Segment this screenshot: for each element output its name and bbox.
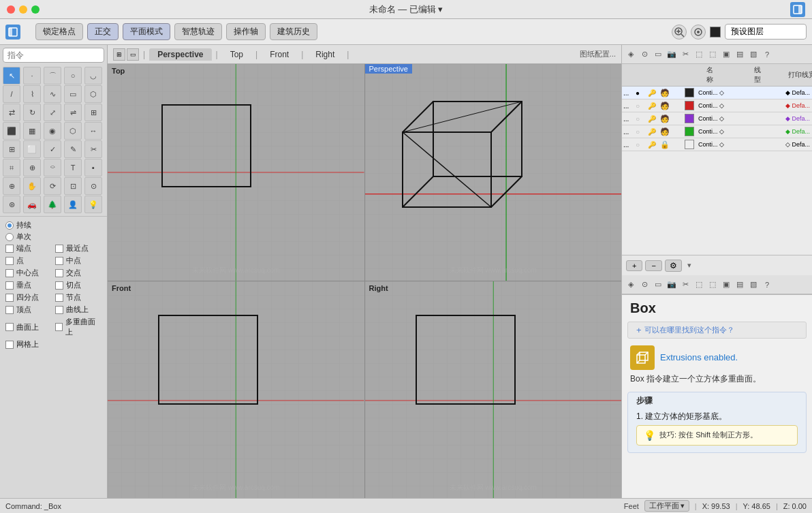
viewport-right[interactable]: Right 未来软件网 www.arcsuq.com: [365, 281, 622, 498]
sidebar-toggle-left[interactable]: [5, 25, 20, 40]
snap-nearest-cb[interactable]: [55, 245, 63, 253]
check-tool[interactable]: ✓: [44, 140, 61, 158]
layer-row[interactable]: ... ○ 🔑 🧑 Conti... ◇ ◆ Defa...: [622, 99, 812, 112]
layers-scissor-icon[interactable]: ✂: [679, 48, 691, 61]
snap-on-surface-cb[interactable]: [5, 323, 14, 331]
cmd-circle-icon[interactable]: ⊙: [638, 279, 651, 291]
line-tool[interactable]: /: [3, 85, 20, 103]
freeform-tool[interactable]: ∿: [44, 85, 61, 103]
layers-r4-icon[interactable]: ▤: [734, 48, 746, 61]
vp-single-icon[interactable]: ▭: [127, 48, 139, 61]
snap-midpoint-cb[interactable]: [55, 257, 63, 265]
zoom-in-button[interactable]: [672, 25, 687, 40]
smart-track-button[interactable]: 智慧轨迹: [174, 23, 222, 40]
snap-continuous-radio[interactable]: [5, 221, 14, 230]
snap-vertex-cb[interactable]: [5, 306, 14, 314]
layer-box[interactable]: 预设图层: [725, 24, 807, 40]
planar-button[interactable]: 平面模式: [123, 23, 170, 40]
rotate-tool[interactable]: ↻: [23, 104, 41, 121]
surface-tool[interactable]: ▦: [23, 122, 41, 140]
layers-circle-icon[interactable]: ⊙: [638, 48, 651, 61]
snap-on-mesh[interactable]: 网格上: [5, 339, 52, 350]
snap-tangent[interactable]: 切点: [55, 279, 102, 291]
snap-continuous[interactable]: 持续: [5, 219, 102, 231]
color-swatch[interactable]: [710, 27, 721, 37]
select-tool[interactable]: ↖: [3, 67, 20, 84]
snap-quadrant[interactable]: 四分点: [5, 292, 52, 303]
add-layer-button[interactable]: +: [626, 260, 642, 271]
snap-center-cb[interactable]: [5, 269, 14, 277]
layer-row[interactable]: ... ○ 🔑 🧑 Conti... ◇ ◆ Defa...: [622, 125, 812, 138]
rect-tool[interactable]: ▭: [64, 85, 82, 103]
point-tool[interactable]: ·: [23, 67, 41, 84]
mesh-tool[interactable]: ⬡: [64, 122, 82, 140]
layers-help-icon[interactable]: ?: [761, 48, 773, 61]
zoom-tool[interactable]: ⊕: [3, 177, 20, 195]
trim-tool[interactable]: ✂: [84, 140, 102, 158]
snap-on-curve[interactable]: 曲线上: [55, 304, 102, 315]
snap-vertex[interactable]: 顶点: [5, 304, 52, 315]
snap-knot[interactable]: 节点: [55, 292, 102, 303]
viewport-perspective[interactable]: Perspective 未来软件网 www.arcsuq.com: [365, 64, 622, 281]
layer-row[interactable]: ... ○ 🔑 🔒 Conti... ◇ ◇ Defa...: [622, 138, 812, 151]
snap-once[interactable]: 单次: [5, 231, 102, 243]
snap-on-mesh-cb[interactable]: [5, 341, 14, 349]
snap-endpoint[interactable]: 端点: [5, 243, 52, 254]
capture-button[interactable]: [691, 25, 706, 40]
cmd-r4-icon[interactable]: ▤: [734, 279, 746, 291]
snap-point[interactable]: 点: [5, 255, 52, 266]
scale-tool[interactable]: ⤢: [44, 104, 61, 121]
circle-tool[interactable]: ○: [64, 67, 82, 84]
snap-endpoint-cb[interactable]: [5, 245, 14, 253]
history-button[interactable]: 建筑历史: [270, 23, 317, 40]
zoom-all-tool[interactable]: ⊡: [64, 177, 82, 195]
cmd-where-button[interactable]: + 可以在哪里找到这个指令？: [627, 322, 807, 339]
dimension-tool[interactable]: ↔: [84, 122, 102, 140]
offset-tool[interactable]: ⌗: [3, 159, 20, 176]
layers-r2-icon[interactable]: ⬚: [706, 48, 719, 61]
cmd-camera-icon[interactable]: 📷: [666, 279, 678, 291]
polygon-tool[interactable]: ⬡: [84, 85, 102, 103]
gumball-button[interactable]: 操作轴: [226, 23, 266, 40]
mirror-tool[interactable]: ⇌: [64, 104, 82, 121]
close-button[interactable]: [7, 5, 15, 14]
layers-camera-icon[interactable]: 📷: [666, 48, 678, 61]
snap-midpoint[interactable]: 中点: [55, 255, 102, 266]
solid-tool[interactable]: ◉: [44, 122, 61, 140]
snap-perpendicular[interactable]: 垂点: [5, 279, 52, 291]
snap-once-radio[interactable]: [5, 233, 14, 241]
cmd-r2-icon[interactable]: ⬚: [706, 279, 719, 291]
snap-center[interactable]: 中心点: [5, 267, 52, 279]
layers-r5-icon[interactable]: ▧: [747, 48, 760, 61]
cmd-scissor-icon[interactable]: ✂: [679, 279, 691, 291]
tab-front[interactable]: Front: [262, 48, 297, 61]
tree-tool[interactable]: 🌲: [44, 196, 61, 213]
light-tool[interactable]: 💡: [84, 196, 102, 213]
cmd-surface-icon[interactable]: ◈: [625, 279, 637, 291]
extrude-tool[interactable]: ⬛: [3, 122, 20, 140]
snap-nearest[interactable]: 最近点: [55, 243, 102, 254]
layer-settings-button[interactable]: ⚙: [665, 260, 682, 272]
curve-tool[interactable]: ⌒: [44, 67, 61, 84]
polyline-tool[interactable]: ⌇: [23, 85, 41, 103]
analysis-tool[interactable]: ⊛: [3, 196, 20, 213]
tab-right[interactable]: Right: [307, 48, 343, 61]
boolean-tool[interactable]: ⊕: [23, 159, 41, 176]
tab-perspective[interactable]: Perspective: [149, 48, 211, 61]
viewport-top[interactable]: Top 未来软件网 www.arcsuq.com: [108, 64, 364, 281]
snap-point-cb[interactable]: [5, 257, 14, 265]
person-tool[interactable]: 👤: [64, 196, 82, 213]
cmd-r1-icon[interactable]: ⬚: [693, 279, 705, 291]
tab-top[interactable]: Top: [222, 48, 251, 61]
minimize-button[interactable]: [19, 5, 27, 14]
snap-on-polysurface[interactable]: 多重曲面上: [55, 316, 102, 338]
snap-tangent-cb[interactable]: [55, 281, 63, 290]
text-tool[interactable]: T: [64, 159, 82, 176]
snap-on-polysurface-cb[interactable]: [55, 323, 63, 331]
cmd-r5-icon[interactable]: ▧: [747, 279, 760, 291]
cmd-box-icon[interactable]: ▭: [652, 279, 664, 291]
command-input[interactable]: [3, 48, 104, 63]
snap-on-curve-cb[interactable]: [55, 306, 63, 314]
edit-tool[interactable]: ✎: [64, 140, 82, 158]
snap-on-surface[interactable]: 曲面上: [5, 316, 52, 338]
